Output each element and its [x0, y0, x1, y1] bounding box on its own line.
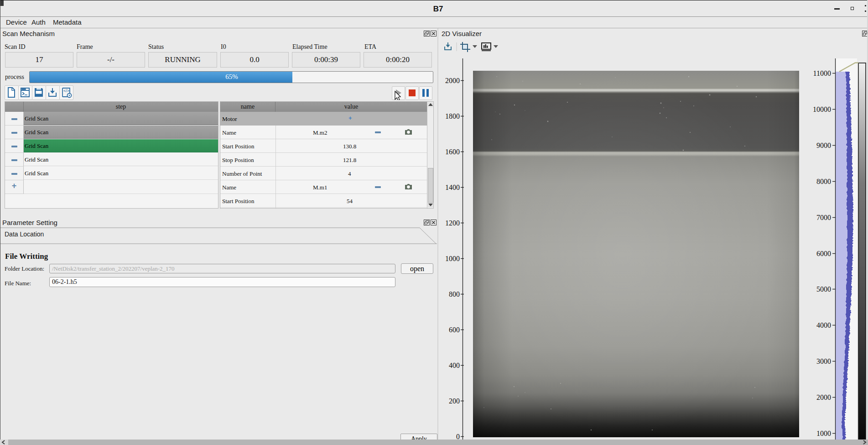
svg-text:4000: 4000	[816, 321, 831, 329]
svg-text:2000: 2000	[445, 77, 460, 84]
svg-text:10000: 10000	[813, 105, 831, 113]
svg-text:3000: 3000	[816, 357, 831, 365]
svg-text:2000: 2000	[816, 393, 831, 401]
svg-text:800: 800	[449, 290, 460, 298]
svg-text:</>: </>	[63, 89, 69, 93]
svg-text:5000: 5000	[816, 285, 831, 293]
svg-text:6000: 6000	[816, 250, 831, 257]
svg-text:1000: 1000	[445, 255, 460, 262]
svg-text:11000: 11000	[813, 69, 831, 77]
svg-text:1200: 1200	[445, 219, 460, 227]
svg-text:1000: 1000	[816, 429, 831, 437]
svg-text:1400: 1400	[445, 183, 460, 191]
svg-text:8000: 8000	[816, 178, 831, 185]
svg-text:0: 0	[456, 433, 460, 440]
svg-text:600: 600	[449, 326, 460, 334]
svg-text:7000: 7000	[816, 214, 831, 221]
svg-text:200: 200	[449, 397, 460, 405]
svg-text:400: 400	[449, 361, 460, 369]
svg-text:1600: 1600	[445, 148, 460, 156]
svg-text:9000: 9000	[816, 141, 831, 149]
svg-text:1800: 1800	[445, 112, 460, 120]
